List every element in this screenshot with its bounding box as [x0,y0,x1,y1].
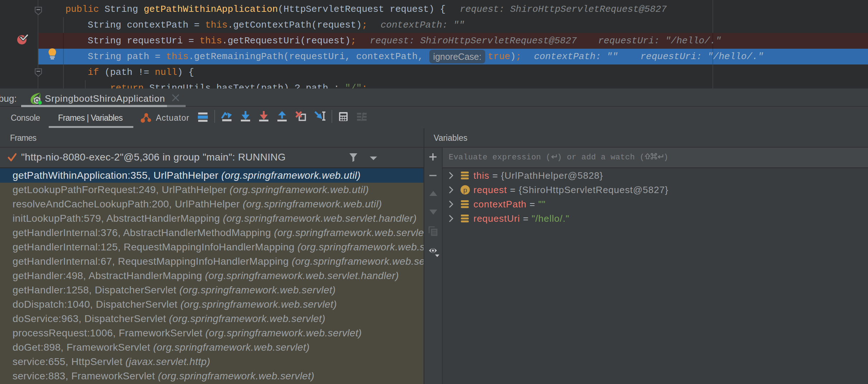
svg-text:p: p [463,186,467,194]
